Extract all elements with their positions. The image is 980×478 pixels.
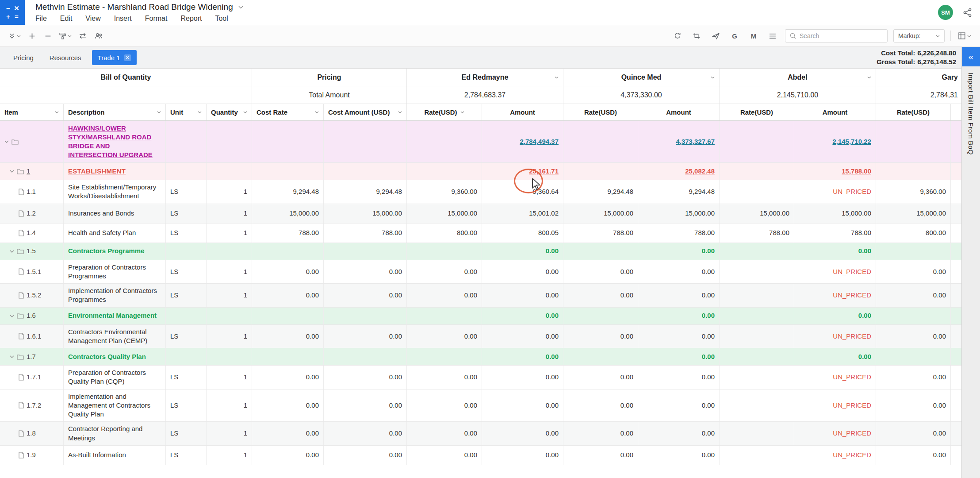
cell-a_rate[interactable] xyxy=(720,243,794,260)
cell-q_rate[interactable]: 0.00 xyxy=(563,284,638,307)
chevron-down-icon[interactable] xyxy=(711,76,715,78)
cell-a_amount[interactable]: UN_PRICED xyxy=(794,180,876,204)
cell-unit[interactable]: LS xyxy=(166,446,207,465)
cell-a_amount[interactable]: 15,000.00 xyxy=(794,204,876,223)
cell-g_rate[interactable] xyxy=(876,163,951,180)
refresh-button[interactable] xyxy=(671,29,684,43)
chevron-down-icon[interactable] xyxy=(867,76,871,78)
column-header-unit[interactable]: Unit xyxy=(166,104,207,120)
column-header-rate-abdel[interactable]: Rate(USD) xyxy=(720,104,794,120)
table-row-1.5.1[interactable]: 1.5.1Preparation of Contractors Programm… xyxy=(0,260,961,284)
cell-q_rate[interactable]: 15,000.00 xyxy=(563,204,638,223)
cell-qty[interactable]: 1 xyxy=(207,260,252,284)
cell-g_rate[interactable]: 0.00 xyxy=(876,260,951,284)
cell-q_rate[interactable]: 0.00 xyxy=(563,366,638,389)
cell-a_amount[interactable]: UN_PRICED xyxy=(794,446,876,465)
collapse-rows-button[interactable] xyxy=(7,29,23,43)
cell-cost_amount[interactable] xyxy=(324,121,407,162)
cell-item[interactable]: 1.7 xyxy=(0,348,64,365)
cell-unit[interactable] xyxy=(166,348,207,365)
tab-resources[interactable]: Resources xyxy=(42,47,89,69)
cell-qty[interactable] xyxy=(207,121,252,162)
cell-g_rate[interactable] xyxy=(876,243,951,260)
cell-a_rate[interactable] xyxy=(720,163,794,180)
cell-q_rate[interactable] xyxy=(563,121,638,162)
cell-q_amount[interactable]: 0.00 xyxy=(638,284,720,307)
cell-g_rate[interactable]: 0.00 xyxy=(876,325,951,348)
cell-ed_rate[interactable]: 15,000.00 xyxy=(407,204,482,223)
cell-cost_rate[interactable]: 0.00 xyxy=(252,366,324,389)
column-header-item[interactable]: Item xyxy=(0,104,64,120)
menu-view[interactable]: View xyxy=(85,15,100,23)
cell-qty[interactable]: 1 xyxy=(207,446,252,465)
table-row-1.7.2[interactable]: 1.7.2Implementation and Management of Co… xyxy=(0,389,961,422)
cell-cost_amount[interactable] xyxy=(324,163,407,180)
cell-qty[interactable]: 1 xyxy=(207,422,252,445)
cell-q_amount[interactable]: 0.00 xyxy=(638,308,720,324)
cell-q_amount[interactable]: 0.00 xyxy=(638,422,720,445)
cell-desc[interactable]: Site Establishment/Temporary Works/Dises… xyxy=(64,180,166,204)
cell-unit[interactable]: LS xyxy=(166,325,207,348)
expand-caret-icon[interactable] xyxy=(10,315,14,317)
cell-unit[interactable]: LS xyxy=(166,389,207,422)
cell-item[interactable]: 1.7.1 xyxy=(0,366,64,389)
cell-desc[interactable]: Preparation of Contractors Programmes xyxy=(64,260,166,284)
cell-item[interactable]: 1.6.1 xyxy=(0,325,64,348)
cell-ed_rate[interactable]: 0.00 xyxy=(407,366,482,389)
column-header-amount-abdel[interactable]: Amount xyxy=(794,104,876,120)
cell-q_rate[interactable]: 0.00 xyxy=(563,325,638,348)
resources-group-button[interactable] xyxy=(92,29,105,43)
column-header-rate-ed[interactable]: Rate(USD) xyxy=(407,104,482,120)
cell-unit[interactable]: LS xyxy=(166,204,207,223)
column-header-cost-amount[interactable]: Cost Amount (USD) xyxy=(324,104,407,120)
cell-q_amount[interactable]: 0.00 xyxy=(638,243,720,260)
cell-g_rate[interactable] xyxy=(876,348,951,365)
tab-trade-1[interactable]: Trade 1 ✕ xyxy=(92,50,137,65)
cell-cost_rate[interactable] xyxy=(252,348,324,365)
cell-g_rate[interactable]: 0.00 xyxy=(876,446,951,465)
avatar[interactable]: SM xyxy=(938,5,953,20)
cell-a_rate[interactable] xyxy=(720,446,794,465)
cell-desc[interactable]: Health and Safety Plan xyxy=(64,224,166,243)
close-tab-icon[interactable]: ✕ xyxy=(124,54,131,61)
search-box[interactable] xyxy=(785,29,888,42)
chevron-down-icon[interactable] xyxy=(555,76,559,78)
cell-ed_amount[interactable]: 0.00 xyxy=(482,422,563,445)
column-header-quantity[interactable]: Quantity xyxy=(207,104,252,120)
crop-button[interactable] xyxy=(690,29,703,43)
expand-caret-icon[interactable] xyxy=(10,250,14,253)
cell-q_amount[interactable]: 0.00 xyxy=(638,348,720,365)
cell-q_rate[interactable]: 0.00 xyxy=(563,389,638,422)
cell-cost_amount[interactable] xyxy=(324,348,407,365)
column-header-description[interactable]: Description xyxy=(64,104,166,120)
cell-ed_amount[interactable]: 0.00 xyxy=(482,260,563,284)
cell-q_rate[interactable] xyxy=(563,163,638,180)
cell-item[interactable]: 1.8 xyxy=(0,422,64,445)
cell-qty[interactable] xyxy=(207,243,252,260)
cell-cost_amount[interactable]: 9,294.48 xyxy=(324,180,407,204)
remove-row-button[interactable] xyxy=(41,29,54,43)
cell-ed_rate[interactable]: 0.00 xyxy=(407,389,482,422)
column-header-rate-gary[interactable]: Rate(USD) xyxy=(876,104,951,120)
menu-format[interactable]: Format xyxy=(145,15,168,23)
cell-cost_rate[interactable]: 0.00 xyxy=(252,389,324,422)
cell-desc[interactable]: ESTABLISHMENT xyxy=(64,163,166,180)
cell-desc[interactable]: Contractors Environmental Management Pla… xyxy=(64,325,166,348)
cell-cost_amount[interactable]: 0.00 xyxy=(324,422,407,445)
cell-cost_amount[interactable]: 788.00 xyxy=(324,224,407,243)
cell-qty[interactable]: 1 xyxy=(207,204,252,223)
cell-ed_amount[interactable]: 2,784,494.37 xyxy=(482,121,563,162)
send-button[interactable] xyxy=(709,29,722,43)
cell-qty[interactable] xyxy=(207,348,252,365)
cell-cost_amount[interactable]: 0.00 xyxy=(324,446,407,465)
cell-ed_amount[interactable]: 15,001.02 xyxy=(482,204,563,223)
cell-g_rate[interactable] xyxy=(876,308,951,324)
cell-q_rate[interactable] xyxy=(563,243,638,260)
menu-edit[interactable]: Edit xyxy=(60,15,73,23)
table-row-1.2[interactable]: 1.2Insurances and BondsLS115,000.0015,00… xyxy=(0,204,961,224)
g-button[interactable]: G xyxy=(728,29,741,43)
sheet-view-dropdown[interactable] xyxy=(957,29,973,43)
table-row-1[interactable]: 1ESTABLISHMENT25,161.7125,082.4815,788.0… xyxy=(0,163,961,180)
cell-unit[interactable]: LS xyxy=(166,366,207,389)
cell-cost_rate[interactable]: 0.00 xyxy=(252,422,324,445)
